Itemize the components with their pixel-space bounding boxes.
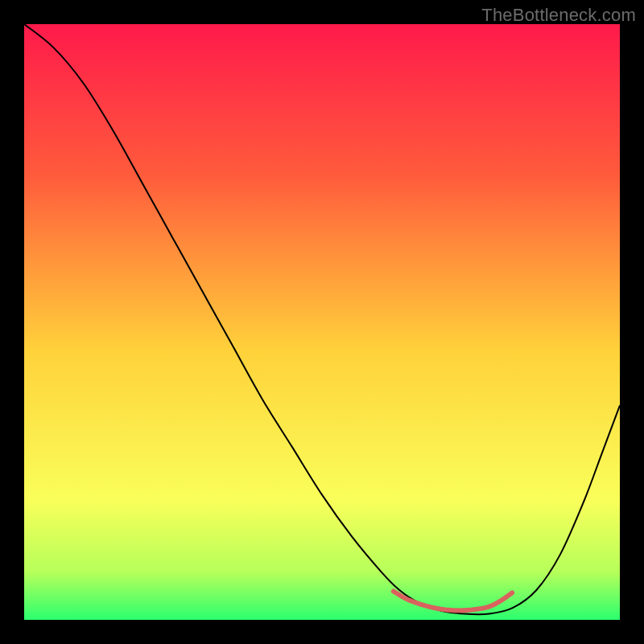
chart-plot-area bbox=[24, 24, 620, 620]
chart-svg bbox=[24, 24, 620, 620]
gradient-background bbox=[24, 24, 620, 620]
watermark-text: TheBottleneck.com bbox=[481, 5, 636, 26]
chart-frame: TheBottleneck.com bbox=[0, 0, 644, 644]
